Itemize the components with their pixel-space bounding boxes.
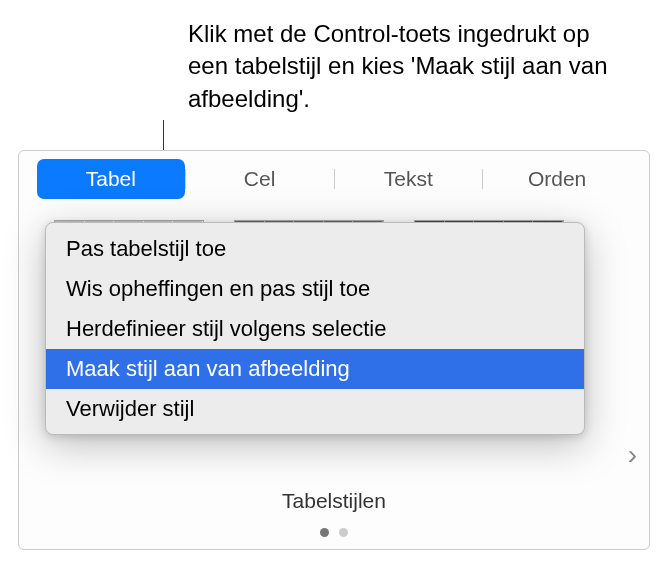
chevron-right-icon[interactable]: ›: [628, 439, 637, 471]
style-pager: [19, 528, 649, 537]
tab-cell[interactable]: Cel: [186, 159, 334, 199]
menu-item-clear-overrides[interactable]: Wis opheffingen en pas stijl toe: [46, 269, 584, 309]
menu-item-apply-style[interactable]: Pas tabelstijl toe: [46, 229, 584, 269]
pager-dot[interactable]: [339, 528, 348, 537]
pager-dot[interactable]: [320, 528, 329, 537]
context-menu: Pas tabelstijl toe Wis opheffingen en pa…: [45, 222, 585, 435]
menu-item-create-style-from-image[interactable]: Maak stijl aan van afbeelding: [46, 349, 584, 389]
section-label-table-styles: Tabelstijlen: [19, 489, 649, 513]
menu-item-redefine-style[interactable]: Herdefinieer stijl volgens selectie: [46, 309, 584, 349]
tab-text[interactable]: Tekst: [335, 159, 483, 199]
tab-arrange[interactable]: Orden: [483, 159, 631, 199]
menu-item-delete-style[interactable]: Verwijder stijl: [46, 389, 584, 429]
callout-text: Klik met de Control-toets ingedrukt op e…: [188, 18, 628, 115]
format-tabs: Tabel Cel Tekst Orden: [19, 151, 649, 200]
tab-table[interactable]: Tabel: [37, 159, 185, 199]
